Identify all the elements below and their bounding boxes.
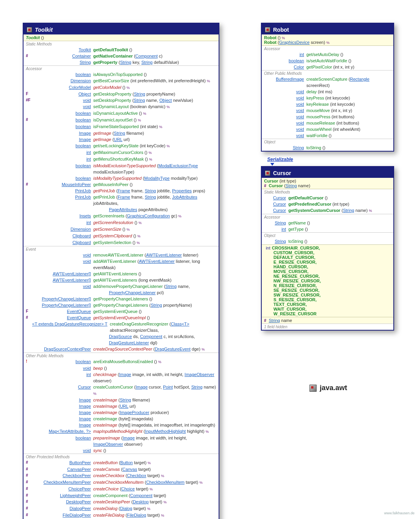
return-type: int bbox=[270, 226, 288, 232]
signature: toString () bbox=[306, 145, 391, 151]
member-row: #CheckboxMenuItemPeercreateCheckboxMenuI… bbox=[24, 479, 219, 486]
signature: setDynamicLayout (boolean dynamic) % bbox=[93, 103, 216, 110]
member-row: voidkeyRelease (int keycode) bbox=[262, 101, 393, 107]
return-type: boolean bbox=[32, 175, 93, 181]
class-name: Toolkit bbox=[35, 27, 52, 33]
modifier: # bbox=[26, 181, 32, 188]
modifier: F bbox=[26, 308, 32, 315]
member-row: FEventQueuegetSystemEventQueue () bbox=[24, 308, 219, 315]
signature: isModalExclusionTypeSupported (ModalExcl… bbox=[93, 163, 216, 175]
return-type: void bbox=[270, 126, 306, 132]
section-label: Static Methods bbox=[262, 189, 393, 195]
member-row: voiddelay (int ms) bbox=[262, 89, 393, 95]
constructor: Robot (GraphicsDevice screen) % bbox=[264, 40, 391, 45]
member-row: ClipboardgetSystemClipboard () % bbox=[24, 233, 219, 239]
return-type: void bbox=[32, 447, 93, 454]
signature: mouseRelease (int buttons) bbox=[306, 120, 391, 126]
return-type: boolean bbox=[32, 163, 93, 169]
return-type: Clipboard bbox=[32, 233, 93, 239]
return-type: void bbox=[270, 132, 306, 139]
member-row: CursorcreateCustomCursor (Image cursor, … bbox=[24, 384, 219, 397]
modifier: # bbox=[26, 459, 32, 466]
return-type: Container bbox=[32, 53, 93, 59]
member-row: DimensiongetBestCursorSize (int preferre… bbox=[24, 78, 219, 84]
signature: createButton (Button target) % bbox=[93, 459, 216, 466]
signature: createCanvas (Canvas target) bbox=[93, 466, 216, 472]
member-row: voidmouseMove (int x, int y) bbox=[262, 107, 393, 114]
return-type: Insets bbox=[32, 213, 93, 219]
return-type: CheckboxMenuItemPeer bbox=[32, 479, 93, 485]
signature: getPrintJob (Frame frame, String jobtitl… bbox=[93, 188, 216, 194]
return-type: void bbox=[270, 107, 306, 114]
signature: getName () bbox=[288, 220, 391, 226]
signature: createDesktopPeer (Desktop target) % bbox=[93, 499, 216, 505]
signature: getDesktopProperty (String propertyName) bbox=[93, 91, 216, 97]
member-row: ImagegetImage (String filename) bbox=[24, 130, 219, 136]
signature: mousePress (int buttons) bbox=[306, 114, 391, 120]
return-type: void bbox=[270, 120, 306, 126]
member-row: ImagecreateImage (byte[] imagedata) bbox=[24, 416, 219, 422]
signature: getSystemEventQueueImpl () bbox=[93, 315, 216, 321]
member-row: #LightweightPeercreateComponent (Compone… bbox=[24, 492, 219, 499]
return-type: boolean bbox=[32, 110, 93, 116]
member-row: voidkeyPress (int keycode) bbox=[262, 95, 393, 101]
class-icon bbox=[310, 385, 317, 392]
member-row-cont: DragSource ds, Component c, int srcActio… bbox=[24, 333, 219, 346]
return-type: AWTEventListener[] bbox=[32, 277, 93, 283]
class-card-toolkit: Toolkit Toolkit () Static MethodsToolkit… bbox=[23, 23, 219, 519]
package-badge: java.awt bbox=[310, 384, 347, 392]
member-row: intgetMaximumCursorColors () % bbox=[24, 149, 219, 156]
implements-label[interactable]: Serializable bbox=[267, 157, 293, 162]
member-row: StringtoString () bbox=[262, 145, 393, 151]
signature: createComponent (Component target) bbox=[93, 492, 216, 499]
member-row: #FileDialogPeercreateFileDialog (FileDia… bbox=[24, 512, 219, 519]
member-row: voidwaitForIdle () bbox=[262, 132, 393, 139]
signature: sync () bbox=[93, 447, 216, 454]
member-row: #DialogPeercreateDialog (Dialog target) … bbox=[24, 505, 219, 512]
signature: delay (int ms) bbox=[306, 89, 391, 95]
signature: get/setAutoDelay () bbox=[306, 51, 391, 58]
package-name: java.awt bbox=[320, 384, 347, 392]
section-label: Accessor bbox=[262, 46, 393, 51]
return-type: Image bbox=[32, 403, 93, 409]
member-row: #CanvasPeercreateCanvas (Canvas target) bbox=[24, 466, 219, 472]
return-type: Dimension bbox=[32, 78, 93, 84]
signature: beep () bbox=[93, 365, 216, 371]
member-row: intgetMenuShortcutKeyMask () % bbox=[24, 156, 219, 163]
modifier: # bbox=[26, 315, 32, 321]
signature: getImage (String filename) bbox=[93, 130, 216, 136]
member-row: voidsetDynamicLayout (boolean dynamic) % bbox=[24, 103, 219, 110]
card-title: Robot bbox=[262, 25, 393, 34]
member-row: ColorgetPixelColor (int x, int y) bbox=[262, 64, 393, 70]
member-row: voidremoveAWTEventListener (AWTEventList… bbox=[24, 252, 219, 258]
return-type: void bbox=[32, 103, 93, 110]
return-type: PrintJob bbox=[32, 188, 93, 194]
return-type: void bbox=[32, 365, 93, 371]
member-row: StringtoString () bbox=[262, 238, 393, 244]
modifier: # bbox=[26, 466, 32, 472]
member-row: voidadd/removePropertyChangeListener (St… bbox=[24, 283, 219, 289]
credit-link[interactable]: www.falkhausen.de bbox=[384, 511, 415, 515]
constructor: #Cursor (String name) bbox=[264, 183, 391, 188]
return-type: void bbox=[270, 95, 306, 101]
member-row: intcheckImage (Image image, int width, i… bbox=[24, 371, 219, 384]
signature: getAWTEventListeners (long eventMask) bbox=[93, 277, 216, 283]
return-type: void bbox=[270, 89, 306, 95]
return-type: Map<TextAttribute, ?> bbox=[32, 428, 93, 434]
return-type: Cursor bbox=[32, 384, 93, 390]
section-label: Other Public Methods bbox=[24, 353, 219, 358]
constructor-block: Cursor (int type)#Cursor (String name) bbox=[262, 178, 393, 189]
return-type: Toolkit bbox=[32, 47, 93, 53]
class-card-robot: Robot Robot () %Robot (GraphicsDevice sc… bbox=[261, 23, 394, 152]
signature: getMaximumCursorColors () % bbox=[93, 149, 216, 156]
card-title: Cursor bbox=[262, 168, 393, 178]
return-type: DialogPeer bbox=[32, 505, 93, 512]
return-type: PropertyChangeListener[] bbox=[32, 302, 93, 308]
member-row: Map<TextAttribute, ?>mapInputMethodHighl… bbox=[24, 428, 219, 435]
member-row: #booleanisDynamicLayoutSet () % bbox=[24, 117, 219, 123]
signature: isDynamicLayoutSet () % bbox=[93, 117, 216, 123]
modifier: # bbox=[26, 486, 32, 492]
return-type: Cursor bbox=[270, 201, 288, 207]
member-row: ColorModelgetColorModel () % bbox=[24, 84, 219, 91]
modifier: # bbox=[26, 499, 32, 505]
